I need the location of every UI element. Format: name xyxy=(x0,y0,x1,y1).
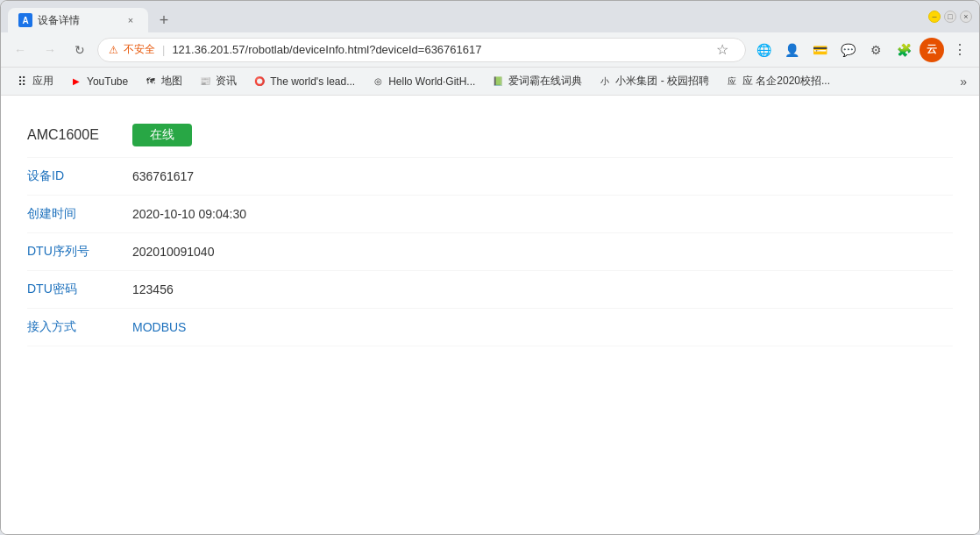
news-icon: 📰 xyxy=(198,75,212,89)
bookmark-apps-label: 应用 xyxy=(32,74,53,89)
bookmark-youtube[interactable]: ▶ YouTube xyxy=(62,71,135,92)
forward-button[interactable]: → xyxy=(38,38,62,62)
field-value: 2020-10-10 09:04:30 xyxy=(132,207,246,221)
status-badge: 在线 xyxy=(132,124,192,146)
page-content: AMC1600E 在线 设备ID636761617创建时间2020-10-10 … xyxy=(1,96,979,534)
bookmark-apps[interactable]: ⠿ 应用 xyxy=(8,70,60,92)
field-label: 设备ID xyxy=(27,168,132,184)
device-name-row: AMC1600E 在线 xyxy=(27,113,953,158)
field-label: 创建时间 xyxy=(27,206,132,222)
bookmarks-bar: ⠿ 应用 ▶ YouTube 🗺 地图 📰 资讯 ⭕ The world's l… xyxy=(1,68,979,96)
bookmark-dict[interactable]: 📗 爱词霸在线词典 xyxy=(484,70,589,92)
bookmark-recruit[interactable]: 应 应 名企2020校招... xyxy=(718,70,837,92)
xiaomi-icon: 小 xyxy=(598,75,612,89)
hello-world-icon: ◎ xyxy=(371,75,385,89)
bookmark-github-label: The world's lead... xyxy=(270,75,355,88)
refresh-button[interactable]: ↻ xyxy=(67,38,92,62)
device-fields: 设备ID636761617创建时间2020-10-10 09:04:30DTU序… xyxy=(27,158,953,346)
window-controls: – □ × xyxy=(928,11,972,23)
field-label: 接入方式 xyxy=(27,319,132,335)
device-field-row: DTU密码123456 xyxy=(27,271,953,309)
bookmark-maps[interactable]: 🗺 地图 xyxy=(137,70,189,92)
extension-icon-chat[interactable]: 💬 xyxy=(835,38,860,62)
toolbar-icons: 🌐 👤 💳 💬 ⚙ 🧩 云 ⋮ xyxy=(751,38,972,62)
chrome-menu-button[interactable]: ⋮ xyxy=(948,38,972,62)
bookmark-github[interactable]: ⭕ The world's lead... xyxy=(245,71,362,92)
device-name: AMC1600E xyxy=(27,127,132,143)
github-icon: ⭕ xyxy=(252,75,266,89)
field-value: 123456 xyxy=(132,282,174,296)
bookmark-recruit-label: 应 名企2020校招... xyxy=(742,74,830,89)
maps-icon: 🗺 xyxy=(144,75,158,89)
bookmark-xiaomi-label: 小米集团 - 校园招聘 xyxy=(615,74,709,89)
device-field-row: DTU序列号202010091040 xyxy=(27,233,953,271)
close-button[interactable]: × xyxy=(960,11,972,23)
field-label: DTU序列号 xyxy=(27,244,132,260)
extension-icon-person[interactable]: 👤 xyxy=(779,38,804,62)
dict-icon: 📗 xyxy=(491,75,505,89)
active-tab[interactable]: A 设备详情 × xyxy=(8,8,148,32)
bookmark-news[interactable]: 📰 资讯 xyxy=(191,70,244,92)
back-button[interactable]: ← xyxy=(8,38,32,62)
field-value: 636761617 xyxy=(132,169,194,183)
bookmark-dict-label: 爱词霸在线词典 xyxy=(508,74,582,89)
device-field-row: 创建时间2020-10-10 09:04:30 xyxy=(27,196,953,233)
bookmarks-more-button[interactable]: » xyxy=(955,71,972,92)
url-text: 121.36.201.57/robotlab/deviceInfo.html?d… xyxy=(172,43,705,56)
apps-grid-icon: ⠿ xyxy=(15,75,29,89)
recruit-icon: 应 xyxy=(725,75,739,89)
minimize-button[interactable]: – xyxy=(928,11,941,23)
bookmark-hello-world-label: Hello World·GitH... xyxy=(388,75,475,88)
bookmark-star-button[interactable]: ☆ xyxy=(710,38,735,62)
bookmark-maps-label: 地图 xyxy=(161,74,182,89)
extension-icon-puzzle[interactable]: 🧩 xyxy=(891,38,916,62)
field-label: DTU密码 xyxy=(27,282,132,297)
title-bar: A 设备详情 × + – □ × xyxy=(1,1,979,32)
device-field-row: 设备ID636761617 xyxy=(27,158,953,196)
field-value: MODBUS xyxy=(132,320,186,334)
url-bar[interactable]: ⚠ 不安全 | 121.36.201.57/robotlab/deviceInf… xyxy=(97,38,746,62)
tab-close-button[interactable]: × xyxy=(124,13,138,27)
security-warning-icon: ⚠ xyxy=(109,44,118,56)
bookmark-hello-world[interactable]: ◎ Hello World·GitH... xyxy=(364,71,482,92)
browser-window: A 设备详情 × + – □ × ← → ↻ ⚠ 不安全 | 121.36.20… xyxy=(0,0,980,535)
bookmark-xiaomi[interactable]: 小 小米集团 - 校园招聘 xyxy=(591,70,716,92)
security-label: 不安全 xyxy=(124,42,155,57)
bookmark-youtube-label: YouTube xyxy=(87,75,128,88)
profile-button[interactable]: 云 xyxy=(920,38,944,62)
maximize-button[interactable]: □ xyxy=(944,11,956,23)
tab-title: 设备详情 xyxy=(38,13,118,28)
extension-icon-dots[interactable]: ⚙ xyxy=(863,38,888,62)
extension-icon-globe[interactable]: 🌐 xyxy=(751,38,776,62)
address-bar: ← → ↻ ⚠ 不安全 | 121.36.201.57/robotlab/dev… xyxy=(1,32,979,68)
youtube-icon: ▶ xyxy=(69,75,83,89)
url-separator: | xyxy=(162,43,165,56)
bookmark-news-label: 资讯 xyxy=(216,74,237,89)
new-tab-button[interactable]: + xyxy=(152,8,176,32)
tab-favicon: A xyxy=(18,13,32,27)
tab-area: A 设备详情 × + xyxy=(8,1,921,32)
extension-icon-card[interactable]: 💳 xyxy=(807,38,832,62)
device-field-row: 接入方式MODBUS xyxy=(27,309,953,346)
field-value: 202010091040 xyxy=(132,245,214,259)
